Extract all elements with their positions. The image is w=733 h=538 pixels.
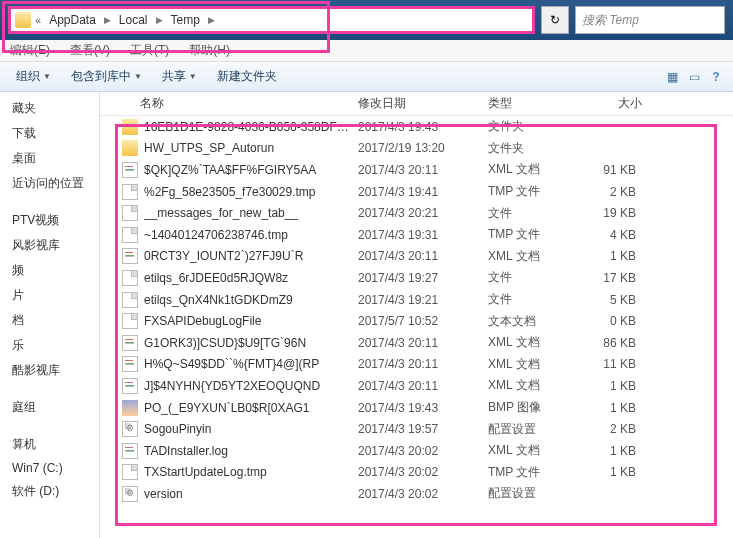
menu-view[interactable]: 查看(V) (60, 42, 120, 59)
folder-icon (122, 140, 138, 156)
table-row[interactable]: G1ORK3)]CSUD}$U9[TG`96N2017/4/3 20:11XML… (100, 332, 733, 354)
chevron-right-icon[interactable]: ▶ (156, 15, 163, 25)
table-row[interactable]: HW_UTPS_SP_Autorun2017/2/19 13:20文件夹 (100, 138, 733, 160)
col-date[interactable]: 修改日期 (350, 92, 480, 116)
table-row[interactable]: FXSAPIDebugLogFile2017/5/7 10:52文本文档0 KB (100, 310, 733, 332)
table-row[interactable]: $QK]QZ%`TAA$FF%FGIRY5AA2017/4/3 20:11XML… (100, 159, 733, 181)
menu-help[interactable]: 帮助(H) (179, 42, 240, 59)
file-type: 配置设置 (480, 485, 570, 502)
file-type: 文件 (480, 291, 570, 308)
file-date: 2017/4/3 19:27 (350, 271, 480, 285)
file-size: 91 KB (570, 163, 650, 177)
refresh-button[interactable]: ↻ (541, 6, 569, 34)
chevron-right-icon[interactable]: ▶ (208, 15, 215, 25)
sidebar-item[interactable]: 藏夹 (0, 96, 99, 121)
file-name: SogouPinyin (144, 422, 350, 436)
xml-icon (122, 335, 138, 351)
sidebar-item[interactable]: 桌面 (0, 146, 99, 171)
file-icon (122, 184, 138, 200)
cfg-icon (122, 486, 138, 502)
file-name: ~14040124706238746.tmp (144, 228, 350, 242)
sidebar-item[interactable]: 档 (0, 308, 99, 333)
crumb-appdata[interactable]: AppData (45, 11, 100, 29)
view-icon[interactable]: ▦ (663, 68, 681, 86)
sidebar-homegroup[interactable]: 庭组 (0, 395, 99, 420)
sidebar-item[interactable]: 算机 (0, 432, 99, 457)
file-date: 2017/5/7 10:52 (350, 314, 480, 328)
crumb-temp[interactable]: Temp (167, 11, 204, 29)
table-row[interactable]: etilqs_QnX4Nk1tGDKDmZ92017/4/3 19:21文件5 … (100, 289, 733, 311)
table-row[interactable]: version2017/4/3 20:02配置设置 (100, 483, 733, 505)
file-type: XML 文档 (480, 377, 570, 394)
table-row[interactable]: 16EB1D1E-9828-4036-B056-358DFF8...2017/4… (100, 116, 733, 138)
table-row[interactable]: H%Q~S49$DD``%{FMT}4@](RP2017/4/3 20:11XM… (100, 354, 733, 376)
file-type: XML 文档 (480, 442, 570, 459)
file-type: 文件 (480, 205, 570, 222)
file-size: 5 KB (570, 293, 650, 307)
chevron-down-icon: ▼ (43, 72, 51, 81)
table-row[interactable]: TXStartUpdateLog.tmp2017/4/3 20:02TMP 文件… (100, 462, 733, 484)
chevron-down-icon: ▼ (189, 72, 197, 81)
chevron-down-icon: ▼ (134, 72, 142, 81)
breadcrumb[interactable]: « AppData ▶ Local ▶ Temp ▶ (8, 6, 535, 34)
sidebar-favorites: 藏夹 下载 桌面 近访问的位置 (0, 96, 99, 196)
table-row[interactable]: __messages_for_new_tab__2017/4/3 20:21文件… (100, 202, 733, 224)
share-label: 共享 (162, 68, 186, 85)
toolbar: 组织▼ 包含到库中▼ 共享▼ 新建文件夹 ▦ ▭ ? (0, 62, 733, 92)
sidebar-item[interactable]: 软件 (D:) (0, 479, 99, 504)
newfolder-button[interactable]: 新建文件夹 (209, 65, 285, 88)
sidebar-computer: 算机 Win7 (C:) 软件 (D:) (0, 432, 99, 504)
file-icon (122, 227, 138, 243)
sidebar-item[interactable]: PTV视频 (0, 208, 99, 233)
table-row[interactable]: etilqs_6rJDEE0d5RJQW8z2017/4/3 19:27文件17… (100, 267, 733, 289)
file-size: 4 KB (570, 228, 650, 242)
organize-button[interactable]: 组织▼ (8, 65, 59, 88)
chevron-right-icon[interactable]: ▶ (104, 15, 111, 25)
search-input[interactable]: 搜索 Temp (575, 6, 725, 34)
file-size: 1 KB (570, 379, 650, 393)
table-row[interactable]: TADInstaller.log2017/4/3 20:02XML 文档1 KB (100, 440, 733, 462)
table-row[interactable]: 0RCT3Y_IOUNT2`)27FJ9U`R2017/4/3 20:11XML… (100, 246, 733, 268)
table-row[interactable]: %2Fg_58e23505_f7e30029.tmp2017/4/3 19:41… (100, 181, 733, 203)
main-area: 藏夹 下载 桌面 近访问的位置 PTV视频 风影视库 频 片 档 乐 酷影视库 … (0, 92, 733, 538)
file-icon (122, 205, 138, 221)
table-row[interactable]: J]$4NYHN{YD5YT2XEOQUQND2017/4/3 20:11XML… (100, 375, 733, 397)
file-type: 文件夹 (480, 140, 570, 157)
file-date: 2017/4/3 20:02 (350, 465, 480, 479)
file-size: 0 KB (570, 314, 650, 328)
file-name: version (144, 487, 350, 501)
menu-edit[interactable]: 编辑(E) (0, 42, 60, 59)
preview-icon[interactable]: ▭ (685, 68, 703, 86)
file-date: 2017/4/3 20:11 (350, 249, 480, 263)
col-type[interactable]: 类型 (480, 92, 570, 116)
sidebar-item[interactable]: 片 (0, 283, 99, 308)
menu-tools[interactable]: 工具(T) (120, 42, 179, 59)
table-row[interactable]: SogouPinyin2017/4/3 19:57配置设置2 KB (100, 418, 733, 440)
sidebar-item[interactable]: 近访问的位置 (0, 171, 99, 196)
col-name[interactable]: 名称 (100, 92, 350, 116)
back-chevrons[interactable]: « (35, 14, 41, 26)
include-button[interactable]: 包含到库中▼ (63, 65, 150, 88)
file-date: 2017/4/3 19:43 (350, 120, 480, 134)
file-name: TADInstaller.log (144, 444, 350, 458)
table-row[interactable]: ~14040124706238746.tmp2017/4/3 19:31TMP … (100, 224, 733, 246)
share-button[interactable]: 共享▼ (154, 65, 205, 88)
crumb-local[interactable]: Local (115, 11, 152, 29)
file-date: 2017/4/3 20:02 (350, 444, 480, 458)
sidebar-item[interactable]: 风影视库 (0, 233, 99, 258)
sidebar-item[interactable]: Win7 (C:) (0, 457, 99, 479)
file-size: 11 KB (570, 357, 650, 371)
file-type: 配置设置 (480, 421, 570, 438)
search-placeholder: 搜索 Temp (582, 12, 639, 29)
xml-icon (122, 248, 138, 264)
sidebar-item[interactable]: 频 (0, 258, 99, 283)
file-date: 2017/4/3 20:11 (350, 379, 480, 393)
file-size: 1 KB (570, 444, 650, 458)
file-date: 2017/4/3 20:11 (350, 163, 480, 177)
sidebar-item[interactable]: 下载 (0, 121, 99, 146)
help-icon[interactable]: ? (707, 68, 725, 86)
sidebar-item[interactable]: 乐 (0, 333, 99, 358)
col-size[interactable]: 大小 (570, 92, 650, 116)
table-row[interactable]: PO_(_E9YXUN`LB0$R[0XAG12017/4/3 19:43BMP… (100, 397, 733, 419)
sidebar-item[interactable]: 酷影视库 (0, 358, 99, 383)
